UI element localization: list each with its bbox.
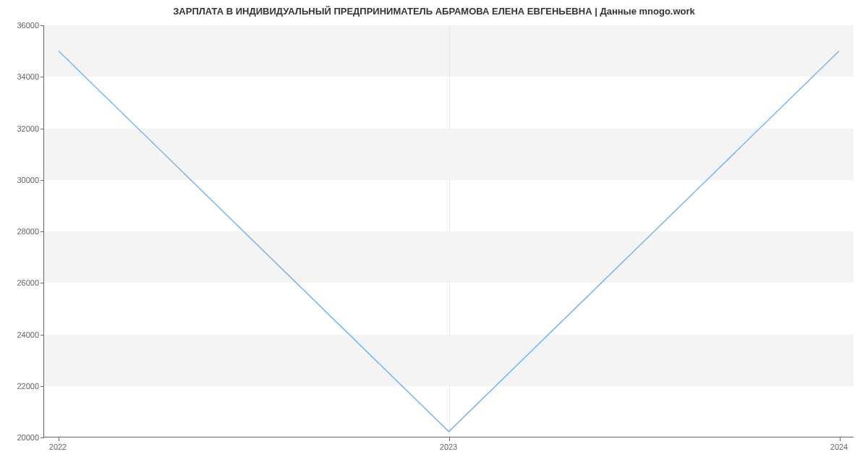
- y-tick-label: 20000: [3, 433, 39, 442]
- y-tick-mark: [41, 180, 44, 181]
- chart-title: ЗАРПЛАТА В ИНДИВИДУАЛЬНЫЙ ПРЕДПРИНИМАТЕЛ…: [0, 6, 868, 17]
- y-tick-mark: [41, 386, 44, 387]
- x-tick-label: 2024: [830, 443, 848, 451]
- y-tick-mark: [41, 231, 44, 232]
- y-tick-label: 28000: [3, 227, 39, 236]
- y-tick-label: 36000: [3, 21, 39, 30]
- x-tick-mark: [59, 437, 59, 441]
- y-tick-mark: [41, 129, 44, 129]
- y-tick-label: 24000: [3, 330, 39, 339]
- line-series: [44, 25, 854, 437]
- y-tick-mark: [41, 77, 44, 77]
- y-tick-label: 26000: [3, 278, 39, 287]
- x-tick-label: 2022: [49, 443, 67, 451]
- y-tick-label: 30000: [3, 176, 39, 184]
- x-tick-label: 2023: [440, 443, 457, 451]
- y-tick-mark: [41, 335, 44, 336]
- y-tick-mark: [41, 437, 44, 438]
- plot-area: [43, 25, 854, 437]
- y-tick-mark: [41, 283, 44, 283]
- x-tick-mark: [449, 437, 450, 441]
- y-tick-mark: [41, 25, 44, 26]
- x-tick-mark: [840, 437, 841, 441]
- series-line: [59, 51, 839, 432]
- y-tick-label: 34000: [3, 72, 39, 81]
- chart-container: ЗАРПЛАТА В ИНДИВИДУАЛЬНЫЙ ПРЕДПРИНИМАТЕЛ…: [0, 0, 868, 470]
- y-tick-label: 32000: [3, 124, 39, 133]
- y-tick-label: 22000: [3, 382, 39, 390]
